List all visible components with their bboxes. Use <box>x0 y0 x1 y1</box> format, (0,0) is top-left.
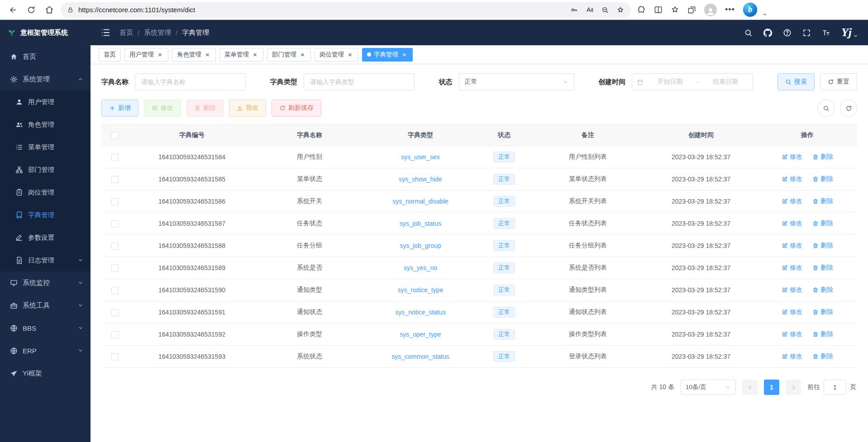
tab-home[interactable]: 首页 <box>99 48 121 62</box>
more-menu-icon[interactable]: ••• <box>725 5 735 14</box>
breadcrumb-home[interactable]: 首页 <box>119 29 133 37</box>
tab-role-mgmt[interactable]: 角色管理 × <box>172 48 216 62</box>
dict-type-link[interactable]: sys_yes_no <box>404 264 437 271</box>
row-delete-button[interactable]: 删除 <box>812 264 833 272</box>
row-checkbox[interactable] <box>111 353 119 361</box>
tab-post-mgmt[interactable]: 岗位管理 × <box>315 48 358 62</box>
row-checkbox[interactable] <box>111 265 119 272</box>
read-aloud-icon[interactable] <box>586 6 594 14</box>
browser-home-button[interactable] <box>43 3 56 17</box>
dict-type-link[interactable]: sys_job_status <box>400 220 442 227</box>
row-edit-button[interactable]: 修改 <box>782 330 802 338</box>
row-delete-button[interactable]: 删除 <box>812 286 833 294</box>
row-checkbox[interactable] <box>111 154 119 161</box>
refresh-table-button[interactable] <box>840 100 857 117</box>
sidebar-item-role-mgmt[interactable]: 角色管理 <box>0 113 91 136</box>
copilot-bing-icon[interactable]: b <box>743 3 757 17</box>
row-edit-button[interactable]: 修改 <box>782 242 802 250</box>
edit-button[interactable]: 修改 <box>144 100 181 117</box>
row-edit-button[interactable]: 修改 <box>782 219 802 228</box>
dict-type-link[interactable]: sys_show_hide <box>399 176 442 183</box>
row-checkbox[interactable] <box>111 176 119 183</box>
row-checkbox[interactable] <box>111 331 119 338</box>
row-delete-button[interactable]: 删除 <box>812 352 833 361</box>
sidebar-item-erp[interactable]: ERP <box>0 339 91 362</box>
select-all-checkbox[interactable] <box>111 132 119 139</box>
favorites-bar-icon[interactable] <box>671 5 679 14</box>
tab-close-icon[interactable]: × <box>157 51 163 58</box>
github-icon[interactable] <box>763 29 772 37</box>
row-edit-button[interactable]: 修改 <box>782 352 802 361</box>
sidebar-item-system-mgmt[interactable]: 系统管理 <box>0 68 91 90</box>
extensions-icon[interactable] <box>637 5 646 14</box>
dict-type-link[interactable]: sys_user_sex <box>401 153 440 161</box>
tab-user-mgmt[interactable]: 用户管理 × <box>124 48 168 62</box>
tab-close-icon[interactable]: × <box>204 51 211 58</box>
header-search-icon[interactable] <box>744 29 753 37</box>
sidebar-item-sys-tools[interactable]: 系统工具 <box>0 294 91 317</box>
row-edit-button[interactable]: 修改 <box>782 175 802 183</box>
reset-button[interactable]: 重置 <box>820 73 857 90</box>
row-checkbox[interactable] <box>111 198 119 205</box>
tab-dict-mgmt[interactable]: 字典管理 × <box>362 48 413 62</box>
tab-dept-mgmt[interactable]: 部门管理 × <box>267 48 311 62</box>
next-page-button[interactable] <box>786 380 801 395</box>
refresh-cache-button[interactable]: 刷新缓存 <box>272 100 321 117</box>
dict-type-link[interactable]: sys_notice_status <box>395 309 445 316</box>
row-edit-button[interactable]: 修改 <box>782 286 802 294</box>
sidebar-item-post-mgmt[interactable]: 岗位管理 <box>0 181 91 204</box>
dict-type-link[interactable]: sys_normal_disable <box>392 198 448 205</box>
search-button[interactable]: 搜索 <box>777 73 815 90</box>
sidebar-toggle-icon[interactable] <box>100 28 110 38</box>
copilot-caret-icon[interactable] <box>763 12 767 17</box>
profile-avatar[interactable] <box>704 4 717 16</box>
tab-close-icon[interactable]: × <box>299 51 306 58</box>
date-range-picker[interactable]: 开始日期 - 结束日期 <box>632 73 753 90</box>
row-checkbox[interactable] <box>111 220 119 228</box>
sidebar-item-home[interactable]: 首页 <box>0 45 91 68</box>
app-logo[interactable]: 意框架管理系统 <box>0 20 91 45</box>
row-edit-button[interactable]: 修改 <box>782 308 802 316</box>
sidebar-item-bbs[interactable]: BBS <box>0 317 91 339</box>
row-edit-button[interactable]: 修改 <box>782 264 802 272</box>
dict-type-link[interactable]: sys_common_status <box>391 353 449 360</box>
sidebar-item-yi-framework[interactable]: Yi框架 <box>0 362 91 385</box>
row-delete-button[interactable]: 删除 <box>812 197 833 205</box>
export-button[interactable]: 导出 <box>229 100 266 117</box>
page-size-select[interactable]: 10条/页 <box>681 380 736 395</box>
dict-type-link[interactable]: sys_job_group <box>400 242 441 249</box>
refresh-button[interactable] <box>24 3 38 17</box>
font-size-icon[interactable] <box>822 29 830 37</box>
tab-close-icon[interactable]: × <box>252 51 258 58</box>
row-checkbox[interactable] <box>111 287 119 294</box>
split-screen-icon[interactable] <box>654 5 663 14</box>
sidebar-item-dept-mgmt[interactable]: 部门管理 <box>0 158 91 181</box>
status-select[interactable]: 正常 <box>459 73 574 90</box>
help-icon[interactable] <box>783 29 792 37</box>
address-bar[interactable]: https://ccnetcore.com:1101/system/dict <box>61 2 631 18</box>
sidebar-item-menu-mgmt[interactable]: 菜单管理 <box>0 136 91 158</box>
toggle-search-button[interactable] <box>817 100 835 117</box>
zoom-out-icon[interactable] <box>601 6 609 14</box>
dict-name-input[interactable] <box>135 73 246 90</box>
goto-page-input[interactable] <box>824 380 846 395</box>
prev-page-button[interactable] <box>742 380 758 395</box>
row-delete-button[interactable]: 删除 <box>812 242 833 250</box>
row-delete-button[interactable]: 删除 <box>812 308 833 316</box>
tab-close-icon[interactable]: × <box>347 51 353 58</box>
delete-button[interactable]: 删除 <box>186 100 224 117</box>
add-button[interactable]: 新增 <box>101 100 138 117</box>
row-checkbox[interactable] <box>111 242 119 250</box>
page-number-1[interactable]: 1 <box>764 380 779 395</box>
row-delete-button[interactable]: 删除 <box>812 153 833 161</box>
row-edit-button[interactable]: 修改 <box>782 197 802 205</box>
tab-menu-mgmt[interactable]: 菜单管理 × <box>219 48 263 62</box>
sidebar-item-log-mgmt[interactable]: 日志管理 <box>0 249 91 271</box>
collections-icon[interactable] <box>687 5 696 14</box>
sidebar-item-user-mgmt[interactable]: 用户管理 <box>0 90 91 113</box>
row-delete-button[interactable]: 删除 <box>812 330 833 338</box>
dict-type-link[interactable]: sys_notice_type <box>398 286 443 294</box>
back-button[interactable] <box>6 3 20 17</box>
user-brand-logo[interactable]: Yj <box>841 27 858 38</box>
row-edit-button[interactable]: 修改 <box>782 153 802 161</box>
